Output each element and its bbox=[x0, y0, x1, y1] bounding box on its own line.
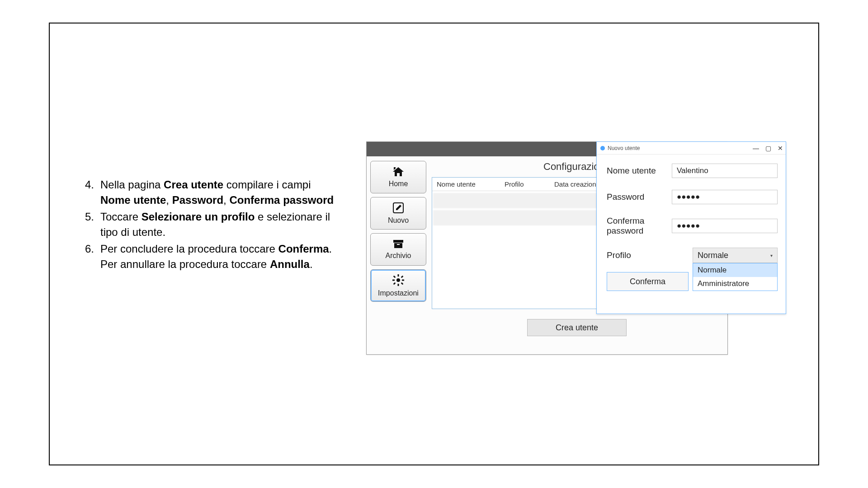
instruction-item-6: 6. Per concludere la procedura toccare C… bbox=[81, 241, 344, 272]
sidebar-home-button[interactable]: Home bbox=[370, 161, 426, 193]
instruction-item-4: 4. Nella pagina Crea utente compilare i … bbox=[81, 177, 344, 207]
dialog-titlebar: Nuovo utente — ▢ ✕ bbox=[597, 142, 786, 155]
minimize-button[interactable]: — bbox=[753, 145, 759, 152]
dialog-title: Nuovo utente bbox=[608, 145, 640, 151]
label-profile: Profilo bbox=[607, 250, 693, 260]
item-number: 4. bbox=[81, 177, 100, 207]
sidebar-label: Archivio bbox=[386, 252, 411, 260]
home-icon bbox=[392, 166, 405, 179]
create-user-button[interactable]: Crea utente bbox=[527, 319, 627, 336]
svg-rect-12 bbox=[401, 282, 404, 285]
row-username: Nome utente bbox=[607, 164, 778, 178]
instruction-item-5: 5. Toccare Selezionare un profilo e sele… bbox=[81, 209, 344, 239]
sidebar-archivio-button[interactable]: Archivio bbox=[370, 233, 426, 266]
row-confirm-password: Conferma password bbox=[607, 216, 778, 236]
chevron-down-icon: ▾ bbox=[770, 253, 773, 258]
confirm-button[interactable]: Conferma bbox=[607, 272, 689, 291]
row-profile: Profilo Normale ▾ Normale Amministratore bbox=[607, 248, 778, 263]
svg-rect-9 bbox=[393, 276, 396, 278]
label-username: Nome utente bbox=[607, 166, 672, 176]
instruction-list: 4. Nella pagina Crea utente compilare i … bbox=[81, 177, 344, 274]
svg-rect-3 bbox=[397, 244, 400, 245]
svg-rect-5 bbox=[398, 274, 399, 277]
app-icon bbox=[600, 146, 605, 150]
input-confirm-password[interactable] bbox=[672, 219, 778, 233]
sidebar: Home Nuovo Archivio bbox=[367, 156, 430, 354]
item-text: Toccare Selezionare un profilo e selezio… bbox=[100, 209, 344, 239]
col-username: Nome utente bbox=[432, 178, 500, 191]
svg-rect-6 bbox=[398, 284, 399, 286]
item-number: 6. bbox=[81, 241, 100, 272]
document-page: 4. Nella pagina Crea utente compilare i … bbox=[49, 23, 819, 465]
svg-rect-10 bbox=[401, 276, 404, 278]
sidebar-nuovo-button[interactable]: Nuovo bbox=[370, 197, 426, 230]
archive-icon bbox=[392, 239, 404, 251]
svg-rect-7 bbox=[392, 280, 395, 281]
window-controls: — ▢ ✕ bbox=[753, 145, 783, 152]
new-user-dialog: Nuovo utente — ▢ ✕ Nome utente Password … bbox=[596, 141, 786, 314]
dropdown-option-amministratore[interactable]: Amministratore bbox=[693, 277, 777, 291]
sidebar-label: Nuovo bbox=[388, 216, 409, 225]
dialog-body: Nome utente Password Conferma password P… bbox=[597, 155, 786, 296]
item-number: 5. bbox=[81, 209, 100, 239]
item-text: Per concludere la procedura toccare Conf… bbox=[100, 241, 344, 272]
row-password: Password bbox=[607, 190, 778, 204]
select-profile[interactable]: Normale ▾ Normale Amministratore bbox=[693, 248, 778, 263]
select-value: Normale bbox=[698, 251, 728, 260]
edit-icon bbox=[392, 202, 404, 216]
input-password[interactable] bbox=[672, 190, 778, 204]
item-text: Nella pagina Crea utente compilare i cam… bbox=[100, 177, 344, 207]
input-username[interactable] bbox=[672, 164, 778, 178]
close-button[interactable]: ✕ bbox=[778, 145, 783, 152]
sidebar-label: Impostazioni bbox=[378, 289, 419, 297]
dropdown-option-normale[interactable]: Normale bbox=[693, 263, 777, 277]
profile-dropdown: Normale Amministratore bbox=[693, 263, 778, 291]
sidebar-label: Home bbox=[389, 180, 408, 188]
svg-rect-2 bbox=[394, 243, 402, 248]
col-profile: Profilo bbox=[500, 178, 550, 191]
label-password: Password bbox=[607, 192, 672, 202]
sidebar-impostazioni-button[interactable]: Impostazioni bbox=[370, 269, 426, 302]
svg-rect-1 bbox=[393, 240, 403, 243]
svg-point-4 bbox=[396, 278, 400, 282]
svg-rect-8 bbox=[402, 280, 404, 281]
gear-icon bbox=[392, 274, 405, 288]
label-confirm-password: Conferma password bbox=[607, 216, 672, 236]
svg-rect-11 bbox=[393, 282, 396, 285]
maximize-button[interactable]: ▢ bbox=[765, 145, 771, 152]
